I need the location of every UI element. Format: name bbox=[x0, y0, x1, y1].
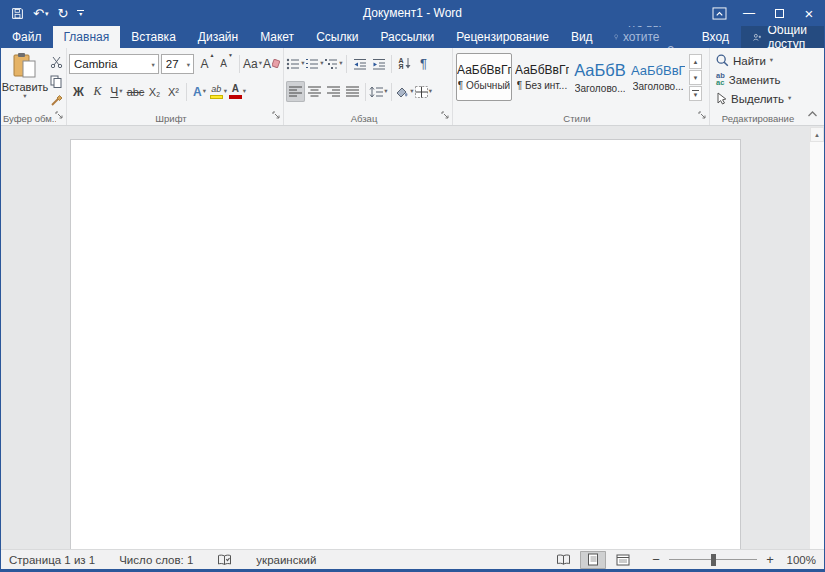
styles-scroll-down-button[interactable]: ▼ bbox=[689, 70, 702, 85]
align-right-button[interactable] bbox=[324, 81, 343, 102]
borders-icon bbox=[415, 86, 428, 98]
maximize-icon bbox=[775, 9, 784, 18]
find-button[interactable]: Найти ▾ bbox=[716, 51, 812, 70]
undo-button[interactable]: ↶▾ bbox=[33, 7, 48, 20]
styles-more-button[interactable]: ▼ bbox=[689, 86, 702, 101]
justify-button[interactable] bbox=[343, 81, 362, 102]
styles-dialog-launcher[interactable] bbox=[698, 105, 706, 123]
shading-button[interactable]: ▾ bbox=[395, 81, 414, 102]
zoom-level[interactable]: 100% bbox=[780, 554, 816, 566]
select-button[interactable]: Выделить ▾ bbox=[716, 89, 812, 108]
person-add-icon bbox=[753, 31, 762, 44]
multilevel-list-button[interactable]: ▾ bbox=[324, 53, 343, 74]
superscript-button[interactable]: Х² bbox=[164, 81, 183, 102]
paste-button[interactable]: Вставить ▾ bbox=[3, 51, 47, 110]
tab-design[interactable]: Дизайн bbox=[187, 26, 249, 48]
line-spacing-button[interactable]: ▾ bbox=[369, 81, 388, 102]
bullets-button[interactable]: ▾ bbox=[286, 53, 305, 74]
font-size-combo[interactable]: ▾ bbox=[161, 54, 194, 74]
copy-button[interactable] bbox=[47, 73, 65, 89]
redo-button[interactable]: ↻ bbox=[57, 7, 68, 20]
page-indicator[interactable]: Страница 1 из 1 bbox=[9, 550, 103, 569]
document-page[interactable] bbox=[70, 139, 741, 549]
proofing-status[interactable] bbox=[209, 550, 240, 569]
web-layout-button[interactable] bbox=[610, 551, 636, 569]
align-left-icon bbox=[289, 86, 302, 97]
clipboard-group: Вставить ▾ Буфер обм... bbox=[1, 48, 67, 125]
tab-references[interactable]: Ссылки bbox=[305, 26, 369, 48]
tab-insert[interactable]: Вставка bbox=[120, 26, 187, 48]
align-left-button[interactable] bbox=[286, 81, 305, 102]
underline-button[interactable]: Ч▾ bbox=[107, 81, 126, 102]
style-heading1[interactable]: АаБбВ Заголово... bbox=[572, 53, 628, 101]
shrink-font-button[interactable]: А▼ bbox=[217, 53, 236, 74]
font-dialog-launcher[interactable] bbox=[272, 105, 280, 123]
numbering-button[interactable]: ▾ bbox=[305, 53, 324, 74]
web-layout-icon bbox=[616, 554, 630, 566]
window-controls: — × bbox=[704, 0, 824, 26]
justify-icon bbox=[346, 86, 359, 97]
zoom-slider[interactable] bbox=[669, 553, 757, 567]
tab-review[interactable]: Рецензирование bbox=[445, 26, 560, 48]
bold-button[interactable]: Ж bbox=[69, 81, 88, 102]
increase-indent-button[interactable] bbox=[369, 53, 388, 74]
maximize-button[interactable] bbox=[764, 0, 794, 26]
zoom-in-button[interactable]: + bbox=[764, 552, 776, 567]
sign-in-button[interactable]: Вход bbox=[690, 26, 741, 48]
style-normal[interactable]: АаБбВвГг, ¶ Обычный bbox=[456, 53, 512, 101]
tab-home[interactable]: Главная bbox=[53, 26, 121, 48]
zoom-slider-thumb[interactable] bbox=[711, 554, 716, 566]
tab-layout[interactable]: Макет bbox=[249, 26, 305, 48]
paragraph-dialog-launcher[interactable] bbox=[441, 105, 449, 123]
clear-formatting-button[interactable]: А bbox=[262, 53, 281, 74]
print-layout-button[interactable] bbox=[580, 551, 606, 569]
styles-scroll-up-button[interactable]: ▲ bbox=[689, 54, 702, 69]
collapse-ribbon-button[interactable] bbox=[807, 104, 818, 122]
style-no-spacing[interactable]: АаБбВвГг, ¶ Без инт... bbox=[514, 53, 570, 101]
dialog-launcher-icon bbox=[55, 111, 63, 119]
close-button[interactable]: × bbox=[794, 0, 824, 26]
save-button[interactable] bbox=[11, 7, 24, 20]
change-case-button[interactable]: Аа▾ bbox=[243, 53, 262, 74]
scroll-up-button[interactable]: ▲ bbox=[810, 127, 824, 142]
style-heading2[interactable]: АаБбВвГ Заголово... bbox=[630, 53, 686, 101]
vertical-scrollbar[interactable]: ▲ bbox=[809, 127, 824, 549]
status-bar-right: − + 100% bbox=[550, 550, 816, 569]
cut-button[interactable] bbox=[47, 54, 65, 70]
search-icon bbox=[716, 54, 729, 67]
share-button[interactable]: Общий доступ bbox=[741, 26, 825, 48]
read-mode-button[interactable] bbox=[550, 551, 576, 569]
zoom-out-button[interactable]: − bbox=[650, 552, 662, 567]
word-count[interactable]: Число слов: 1 bbox=[111, 550, 201, 569]
bullets-icon bbox=[286, 58, 300, 70]
clipboard-group-label: Буфер обм... bbox=[3, 113, 56, 124]
sort-button[interactable]: АЯ bbox=[395, 53, 414, 74]
sort-arrow-icon bbox=[405, 58, 411, 69]
language-indicator[interactable]: украинский bbox=[248, 550, 324, 569]
subscript-button[interactable]: Х₂ bbox=[145, 81, 164, 102]
decrease-indent-button[interactable] bbox=[350, 53, 369, 74]
highlight-color-button[interactable]: ab ▾ bbox=[209, 81, 228, 102]
font-name-input[interactable] bbox=[70, 55, 158, 73]
italic-button[interactable]: К bbox=[88, 81, 107, 102]
select-cursor-icon bbox=[716, 92, 727, 105]
strikethrough-button[interactable]: abc bbox=[126, 81, 145, 102]
replace-button[interactable]: abac Заменить bbox=[716, 70, 812, 89]
align-center-button[interactable] bbox=[305, 81, 324, 102]
window-title: Документ1 - Word bbox=[1, 0, 824, 26]
show-formatting-button[interactable]: ¶ bbox=[414, 53, 433, 74]
tell-me-box[interactable]: Что вы хотите сделать? bbox=[604, 26, 690, 48]
grow-font-button[interactable]: А▲ bbox=[198, 53, 217, 74]
text-effects-button[interactable]: А▾ bbox=[190, 81, 209, 102]
clipboard-dialog-launcher[interactable] bbox=[55, 105, 63, 123]
tab-file[interactable]: Файл bbox=[1, 26, 53, 48]
font-color-button[interactable]: А ▾ bbox=[228, 81, 247, 102]
font-name-combo[interactable]: ▾ bbox=[69, 54, 159, 74]
styles-gallery: АаБбВвГг, ¶ Обычный АаБбВвГг, ¶ Без инт.… bbox=[455, 51, 687, 110]
tab-mailings[interactable]: Рассылки bbox=[369, 26, 445, 48]
ribbon-display-options-button[interactable] bbox=[704, 0, 734, 26]
borders-button[interactable]: ▾ bbox=[414, 81, 433, 102]
tab-view[interactable]: Вид bbox=[560, 26, 604, 48]
qat-customize-button[interactable]: ▾ bbox=[77, 10, 84, 16]
minimize-button[interactable]: — bbox=[734, 0, 764, 26]
